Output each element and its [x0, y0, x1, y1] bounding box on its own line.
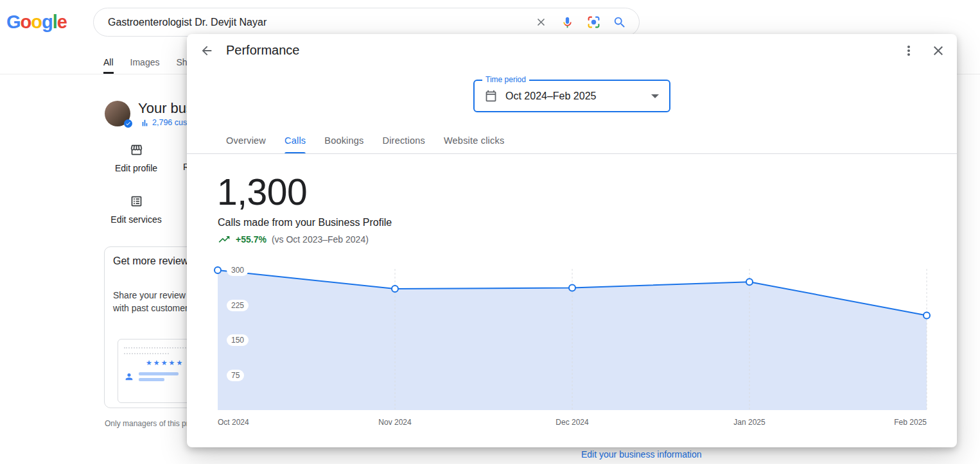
- more-options-icon[interactable]: [901, 43, 916, 58]
- edit-services-button[interactable]: Edit services: [109, 194, 163, 225]
- edit-business-information-link[interactable]: Edit your business information: [581, 449, 702, 460]
- data-point-jan-2025[interactable]: [746, 279, 753, 285]
- customers-link-label: 2,796 cust: [152, 118, 189, 127]
- list-icon: [109, 194, 163, 208]
- data-point-dec-2024[interactable]: [569, 285, 575, 291]
- metric-description: Calls made from your Business Profile: [218, 217, 392, 228]
- edit-profile-label: Edit profile: [113, 163, 159, 173]
- tabs-divider: [187, 153, 957, 154]
- google-lens-icon[interactable]: [586, 15, 601, 30]
- illustration-text-bar: [139, 378, 164, 381]
- x-tick-label: Dec 2024: [556, 418, 588, 427]
- change-percentage: +55.7%: [236, 234, 267, 245]
- edit-profile-button[interactable]: Edit profile: [113, 143, 159, 173]
- tab-bookings[interactable]: Bookings: [324, 129, 363, 154]
- illustration-dotted-line: [124, 347, 191, 348]
- y-tick-label: 150: [227, 334, 249, 346]
- x-tick-label: Feb 2025: [894, 418, 927, 427]
- x-tick-label: Oct 2024: [218, 418, 249, 427]
- y-tick-label: 300: [227, 264, 249, 276]
- x-tick-label: Jan 2025: [733, 418, 765, 427]
- search-result-tabs: All Images Sho: [103, 57, 192, 74]
- clear-search-icon[interactable]: [533, 15, 548, 30]
- comparison-period: (vs Oct 2023–Feb 2024): [272, 234, 369, 245]
- logo-letter: o: [21, 12, 31, 32]
- customers-link[interactable]: 2,796 cust: [141, 118, 189, 127]
- search-bar[interactable]: [93, 8, 640, 37]
- person-icon: [124, 372, 134, 382]
- calls-total: 1,300: [217, 175, 307, 209]
- logo-letter: l: [53, 12, 57, 32]
- performance-tabs: Overview Calls Bookings Directions Websi…: [226, 129, 504, 154]
- data-point-feb-2025[interactable]: [923, 312, 930, 318]
- search-icon[interactable]: [612, 15, 627, 30]
- logo-letter: g: [42, 12, 53, 32]
- tab-directions[interactable]: Directions: [383, 129, 425, 154]
- dialog-title: Performance: [226, 43, 300, 58]
- search-input[interactable]: [108, 17, 522, 28]
- time-period-label: Time period: [482, 75, 529, 84]
- tab-website-clicks[interactable]: Website clicks: [444, 129, 504, 154]
- calendar-icon: [484, 89, 498, 103]
- time-period-select[interactable]: Time period Oct 2024–Feb 2025: [473, 80, 670, 112]
- logo-letter: o: [31, 12, 42, 32]
- time-period-value: Oct 2024–Feb 2025: [505, 90, 596, 102]
- chevron-down-icon: [651, 94, 659, 98]
- x-tick-label: Nov 2024: [378, 418, 411, 427]
- close-icon[interactable]: [931, 43, 946, 58]
- performance-dialog: Performance Time period Oct 2024–Feb 202…: [187, 34, 957, 447]
- data-point-oct-2024[interactable]: [214, 267, 221, 273]
- trending-up-icon: [218, 233, 231, 246]
- calls-chart: 30022515075 Oct 2024Nov 2024Dec 2024Jan …: [218, 264, 927, 432]
- business-title: Your bus: [138, 100, 193, 117]
- edit-services-label: Edit services: [109, 214, 163, 225]
- y-tick-label: 225: [227, 300, 249, 311]
- tab-overview[interactable]: Overview: [226, 129, 266, 154]
- data-point-nov-2024[interactable]: [392, 286, 398, 292]
- logo-letter: G: [6, 12, 21, 32]
- tab-calls[interactable]: Calls: [284, 129, 306, 154]
- tab-images[interactable]: Images: [130, 57, 160, 74]
- review-card-footer: Only managers of this pr: [105, 419, 189, 428]
- tab-all[interactable]: All: [103, 57, 114, 74]
- back-arrow-icon[interactable]: [200, 44, 214, 58]
- google-logo[interactable]: Google: [6, 12, 67, 33]
- logo-letter: e: [57, 12, 67, 32]
- storefront-icon: [113, 143, 159, 157]
- calls-chart-svg: [218, 264, 927, 413]
- voice-search-icon[interactable]: [559, 15, 575, 30]
- y-tick-label: 75: [227, 370, 244, 381]
- illustration-dotted-line: [124, 353, 169, 354]
- bar-chart-icon: [141, 119, 149, 127]
- illustration-text-bar: [139, 372, 179, 375]
- verified-badge-icon: [124, 119, 132, 128]
